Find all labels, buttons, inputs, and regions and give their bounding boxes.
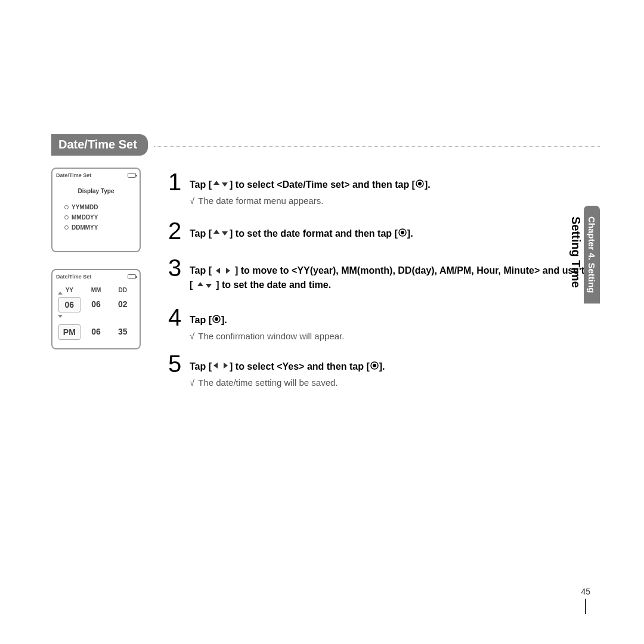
steps-list: 1 Tap [ ] to select <Date/Time set> and … [168, 168, 600, 398]
device-header-title: Date/Time Set [56, 274, 91, 280]
section-heading-row: Date/Time Set [51, 134, 600, 156]
radio-option: YYMMDD [64, 204, 128, 210]
value-cell-selected: PM [58, 324, 80, 340]
step-text: Tap [ ] to select <Yes> and then tap [ ]… [190, 360, 600, 374]
step-number: 5 [168, 352, 190, 376]
chevron-down-icon [58, 315, 63, 318]
svg-marker-4 [213, 230, 219, 234]
step-number: 4 [168, 305, 190, 329]
svg-marker-15 [224, 363, 228, 369]
step-text: Tap [ ] to select <Date/Time set> and th… [190, 178, 600, 192]
svg-marker-5 [222, 231, 228, 236]
svg-marker-9 [226, 268, 230, 274]
step-note: √The confirmation window will appear. [190, 331, 600, 341]
device-screenshot-datetime: Date/Time Set YY MM DD 06 06 02 PM [51, 269, 141, 349]
page-number: 45 [581, 587, 590, 614]
radio-icon [64, 205, 69, 209]
value-cell-selected: 06 [58, 297, 80, 312]
radio-icon [64, 215, 69, 219]
value-cell: 06 [85, 324, 107, 340]
step-note: √The date/time setting will be saved. [190, 377, 600, 388]
radio-icon [64, 225, 69, 230]
device-header-title: Date/Time Set [56, 172, 91, 178]
battery-icon [128, 274, 136, 279]
step-item: 1 Tap [ ] to select <Date/Time set> and … [168, 170, 600, 206]
device-sublabel: Display Type [54, 188, 138, 194]
svg-marker-10 [197, 282, 203, 286]
check-icon: √ [190, 377, 194, 388]
step-text: Tap [ ]. [190, 313, 600, 327]
step-number: 1 [168, 170, 190, 194]
svg-point-7 [401, 231, 404, 234]
section-title: Date/Time Set [51, 134, 148, 156]
step-text: Tap [ ] to move to <YY(year), MM(month),… [190, 264, 600, 292]
step-item: 3 Tap [ ] to move to <YY(year), MM(month… [168, 256, 600, 292]
step-item: 5 Tap [ ] to select <Yes> and then tap [… [168, 352, 600, 388]
svg-marker-0 [213, 181, 219, 185]
left-right-icon [215, 267, 231, 275]
svg-point-13 [215, 317, 218, 321]
svg-point-3 [418, 182, 422, 185]
svg-marker-1 [222, 182, 228, 187]
svg-point-17 [373, 364, 376, 367]
page-number-bar [585, 599, 586, 614]
col-header: DD [112, 287, 134, 293]
circle-target-icon [398, 228, 407, 237]
up-down-icon [196, 281, 213, 289]
radio-option: DDMMYY [64, 224, 128, 231]
step-item: 4 Tap [ ]. √The confirmation window will… [168, 305, 600, 341]
device-screenshots: Date/Time Set Display Type YYMMDD MMDDYY… [51, 168, 147, 366]
step-number: 3 [168, 256, 190, 280]
step-text: Tap [ ] to set the date format and then … [190, 227, 600, 241]
value-cell: 06 [85, 297, 107, 312]
up-down-icon [212, 228, 229, 237]
svg-marker-11 [206, 284, 212, 288]
svg-marker-14 [213, 363, 218, 369]
circle-target-icon [212, 315, 221, 323]
radio-option: MMDDYY [64, 214, 128, 221]
side-tab: Chapter 4. Setting Setting Time [568, 206, 600, 304]
value-cell: 02 [112, 297, 134, 312]
svg-marker-8 [216, 268, 220, 274]
check-icon: √ [190, 331, 194, 341]
side-section-title: Setting Time [568, 214, 584, 304]
circle-target-icon [416, 179, 424, 188]
step-number: 2 [168, 219, 190, 243]
check-icon: √ [190, 196, 194, 206]
step-note: √The date format menu appears. [190, 196, 600, 206]
col-header: MM [85, 287, 107, 293]
device-screenshot-display-type: Date/Time Set Display Type YYMMDD MMDDYY… [51, 168, 141, 252]
chevron-up-icon [58, 292, 63, 295]
step-item: 2 Tap [ ] to set the date format and the… [168, 219, 600, 243]
divider-dotted [154, 146, 600, 147]
up-down-icon [212, 179, 229, 188]
value-cell: 35 [112, 324, 134, 340]
battery-icon [128, 173, 136, 178]
left-right-icon [212, 361, 229, 370]
chapter-label: Chapter 4. Setting [584, 206, 600, 304]
circle-target-icon [370, 361, 379, 370]
